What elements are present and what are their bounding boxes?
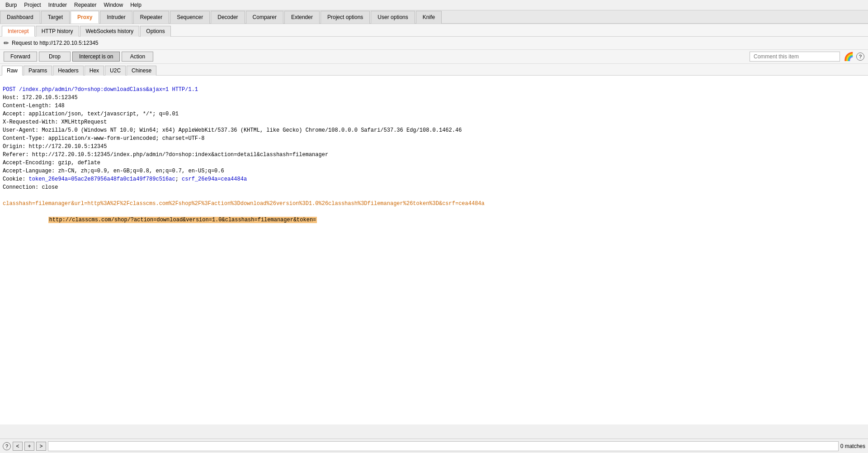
request-line9: Referer: http://172.20.10.5:12345/index.… xyxy=(3,152,328,158)
request-line8: Origin: http://172.20.10.5:12345 xyxy=(3,143,107,150)
sub-tab-options[interactable]: Options xyxy=(140,26,170,37)
content-tab-headers[interactable]: Headers xyxy=(53,66,83,76)
request-decoded-url: http://classcms.com/shop/?action=downloa… xyxy=(3,217,317,223)
content-tab-chinese[interactable]: Chinese xyxy=(127,66,156,76)
content-tab-u2c[interactable]: U2C xyxy=(105,66,126,76)
drop-button[interactable]: Drop xyxy=(39,52,71,62)
request-line13: Connection: close xyxy=(3,184,58,191)
action-button[interactable]: Action xyxy=(122,52,153,62)
tab-proxy[interactable]: Proxy xyxy=(71,11,99,24)
tab-dashboard[interactable]: Dashboard xyxy=(0,11,40,24)
request-bar: ✏ Request to http://172.20.10.5:12345 xyxy=(0,37,868,50)
tab-target[interactable]: Target xyxy=(41,11,70,24)
tab-project-options[interactable]: Project options xyxy=(321,11,370,24)
tab-knife[interactable]: Knife xyxy=(416,11,442,24)
tab-sequencer[interactable]: Sequencer xyxy=(170,11,210,24)
content-tab-hex[interactable]: Hex xyxy=(85,66,104,76)
content-tab-bar: Raw Params Headers Hex U2C Chinese xyxy=(0,64,868,76)
request-line3: Content-Length: 148 xyxy=(3,103,65,109)
request-line2: Host: 172.20.10.5:12345 xyxy=(3,95,78,101)
intercept-toggle-button[interactable]: Intercept is on xyxy=(72,52,120,62)
toolbar: Forward Drop Intercept is on Action 🌈 ? xyxy=(0,50,868,64)
request-line1: POST /index.php/admin/?do=shop:downloadC… xyxy=(3,86,198,93)
request-line12: Cookie: token_26e94a=05ac2e87956a48fa0c1… xyxy=(3,176,247,182)
request-line7: Content-Type: application/x-www-form-url… xyxy=(3,135,204,142)
tab-intruder[interactable]: Intruder xyxy=(100,11,132,24)
tab-repeater[interactable]: Repeater xyxy=(133,11,169,24)
request-content[interactable]: POST /index.php/admin/?do=shop:downloadC… xyxy=(0,76,868,424)
help-icon[interactable]: ? xyxy=(856,52,864,61)
request-body: classhash=filemanager&url=http%3A%2F%2Fc… xyxy=(3,200,485,207)
tab-decoder[interactable]: Decoder xyxy=(211,11,245,24)
menu-project[interactable]: Project xyxy=(20,1,44,9)
forward-button[interactable]: Forward xyxy=(4,52,37,62)
menubar: Burp Project Intruder Repeater Window He… xyxy=(0,0,868,10)
request-url: Request to http://172.20.10.5:12345 xyxy=(12,40,98,46)
request-line5: X-Requested-With: XMLHttpRequest xyxy=(3,119,107,125)
sub-tab-bar: Intercept HTTP history WebSockets histor… xyxy=(0,24,868,37)
tab-comparer[interactable]: Comparer xyxy=(246,11,283,24)
comment-input[interactable] xyxy=(750,52,840,62)
sub-tab-http-history[interactable]: HTTP history xyxy=(36,26,79,37)
request-line4: Accept: application/json, text/javascrip… xyxy=(3,111,179,117)
content-tab-raw[interactable]: Raw xyxy=(2,66,23,76)
tab-user-options[interactable]: User options xyxy=(371,11,415,24)
menu-window[interactable]: Window xyxy=(100,1,127,9)
sub-tab-intercept[interactable]: Intercept xyxy=(2,26,35,37)
menu-burp[interactable]: Burp xyxy=(2,1,20,9)
request-line11: Accept-Language: zh-CN, zh;q=0.9, en-GB;… xyxy=(3,168,224,174)
menu-repeater[interactable]: Repeater xyxy=(71,1,100,9)
menu-help[interactable]: Help xyxy=(127,1,145,9)
request-line6: User-Agent: Mozilla/5.0 (Windows NT 10.0… xyxy=(3,127,462,134)
tab-extender[interactable]: Extender xyxy=(284,11,320,24)
pencil-icon: ✏ xyxy=(4,39,9,47)
color-icon[interactable]: 🌈 xyxy=(844,52,854,62)
main-tab-bar: Dashboard Target Proxy Intruder Repeater… xyxy=(0,10,868,24)
menu-intruder[interactable]: Intruder xyxy=(45,1,71,9)
content-tab-params[interactable]: Params xyxy=(24,66,52,76)
request-line10: Accept-Encoding: gzip, deflate xyxy=(3,160,100,166)
sub-tab-websockets-history[interactable]: WebSockets history xyxy=(80,26,140,37)
